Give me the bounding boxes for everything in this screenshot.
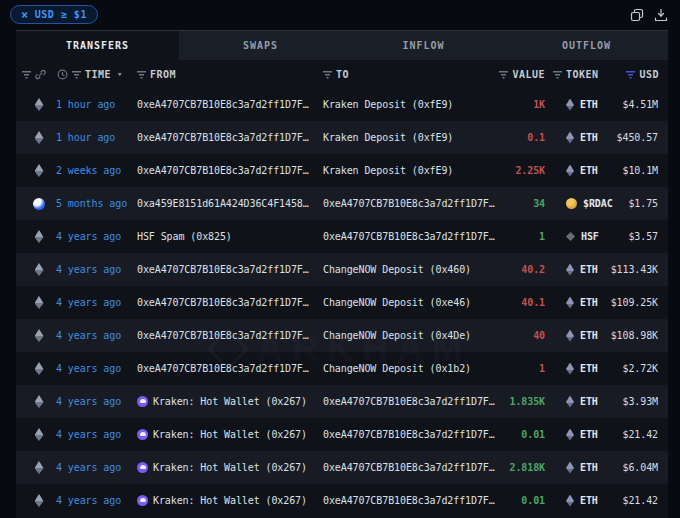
from-cell[interactable]: 0xeA4707CB7B10E8c3a7d2ff1D7F… (137, 352, 309, 385)
from-cell[interactable]: Kraken: Hot Wallet (0x267) (137, 418, 307, 451)
from-cell[interactable]: 0xeA4707CB7B10E8c3a7d2ff1D7F… (137, 286, 309, 319)
table-row[interactable]: 4 years ago 0xeA4707CB7B10E8c3a7d2ff1D7F… (16, 286, 668, 319)
table-row[interactable]: 4 years ago Kraken: Hot Wallet (0x267) 0… (16, 385, 668, 418)
copy-icon[interactable] (630, 7, 644, 21)
to-cell[interactable]: 0xeA4707CB7B10E8c3a7d2ff1D7F… (323, 220, 495, 253)
misc-column-controls (22, 60, 46, 88)
table-row[interactable]: 1 hour ago 0xeA4707CB7B10E8c3a7d2ff1D7F…… (16, 88, 668, 121)
to-label: 0xeA4707CB7B10E8c3a7d2ff1D7F… (323, 231, 495, 242)
to-cell[interactable]: 0xeA4707CB7B10E8c3a7d2ff1D7F… (323, 484, 495, 517)
time-cell[interactable]: 4 years ago (56, 319, 121, 352)
value-cell: 0.1 (527, 121, 545, 154)
time-cell[interactable]: 2 weeks ago (56, 154, 121, 187)
time-filter-icon[interactable] (72, 70, 81, 78)
to-cell[interactable]: ChangeNOW Deposit (0xe46) (323, 286, 471, 319)
chain-filter-icon[interactable] (22, 70, 31, 78)
from-label: Kraken: Hot Wallet (0x267) (153, 429, 307, 440)
to-cell[interactable]: ChangeNOW Deposit (0x4De) (323, 319, 471, 352)
tab-transfers[interactable]: TRANSFERS (16, 31, 179, 60)
time-cell[interactable]: 5 months ago (56, 187, 127, 220)
from-cell[interactable]: 0xeA4707CB7B10E8c3a7d2ff1D7F… (137, 253, 309, 286)
from-cell[interactable]: Kraken: Hot Wallet (0x267) (137, 451, 307, 484)
from-filter-icon[interactable] (137, 70, 146, 78)
to-cell[interactable]: ChangeNOW Deposit (0x460) (323, 253, 471, 286)
eth-chain-icon (35, 98, 44, 111)
column-header-token[interactable]: TOKEN (553, 60, 599, 88)
column-header-to[interactable]: TO (323, 60, 349, 88)
token-cell[interactable]: ETH (566, 121, 598, 154)
time-cell[interactable]: 4 years ago (56, 418, 121, 451)
column-header-usd[interactable]: USD (626, 60, 659, 88)
time-cell[interactable]: 4 years ago (56, 253, 121, 286)
kraken-entity-icon (137, 495, 148, 506)
to-cell[interactable]: Kraken Deposit (0xfE9) (323, 88, 453, 121)
column-header-from[interactable]: FROM (137, 60, 176, 88)
from-cell[interactable]: 0xeA4707CB7B10E8c3a7d2ff1D7F… (137, 88, 309, 121)
table-row[interactable]: 5 months ago 0xa459E8151d61A424D36C4F145… (16, 187, 668, 220)
table-row[interactable]: 4 years ago HSF Spam (0x825) 0xeA4707CB7… (16, 220, 668, 253)
eth-token-icon (566, 429, 574, 441)
table-row[interactable]: 4 years ago 0xeA4707CB7B10E8c3a7d2ff1D7F… (16, 319, 668, 352)
token-cell[interactable]: ETH (566, 154, 598, 187)
token-cell[interactable]: ETH (566, 319, 598, 352)
to-cell[interactable]: Kraken Deposit (0xfE9) (323, 154, 453, 187)
token-cell[interactable]: ETH (566, 451, 598, 484)
table-row[interactable]: 4 years ago 0xeA4707CB7B10E8c3a7d2ff1D7F… (16, 352, 668, 385)
usd-filter-chip[interactable]: × USD ≥ $1 (10, 5, 98, 24)
tab-swaps[interactable]: SWAPS (179, 31, 342, 60)
time-cell[interactable]: 4 years ago (56, 385, 121, 418)
to-cell[interactable]: 0xeA4707CB7B10E8c3a7d2ff1D7F… (323, 385, 495, 418)
from-cell[interactable]: 0xeA4707CB7B10E8c3a7d2ff1D7F… (137, 319, 309, 352)
usd-filter-active-icon[interactable] (626, 70, 635, 78)
eth-token-icon (566, 462, 574, 474)
table-row[interactable]: 4 years ago Kraken: Hot Wallet (0x267) 0… (16, 418, 668, 451)
token-cell[interactable]: ETH (566, 88, 598, 121)
table-row[interactable]: 2 weeks ago 0xeA4707CB7B10E8c3a7d2ff1D7F… (16, 154, 668, 187)
from-cell[interactable]: 0xeA4707CB7B10E8c3a7d2ff1D7F… (137, 121, 309, 154)
time-cell[interactable]: 4 years ago (56, 484, 121, 517)
from-cell[interactable]: 0xeA4707CB7B10E8c3a7d2ff1D7F… (137, 154, 309, 187)
time-cell[interactable]: 4 years ago (56, 220, 121, 253)
token-cell[interactable]: ETH (566, 253, 598, 286)
time-cell[interactable]: 4 years ago (56, 286, 121, 319)
token-cell[interactable]: ETH (566, 484, 598, 517)
table-row[interactable]: 4 years ago Kraken: Hot Wallet (0x267) 0… (16, 451, 668, 484)
tab-outflow[interactable]: OUTFLOW (505, 31, 668, 60)
table-row[interactable]: 1 hour ago 0xeA4707CB7B10E8c3a7d2ff1D7F…… (16, 121, 668, 154)
time-cell[interactable]: 1 hour ago (56, 121, 115, 154)
download-icon[interactable] (654, 7, 668, 21)
to-cell[interactable]: Kraken Deposit (0xfE9) (323, 121, 453, 154)
from-cell[interactable]: Kraken: Hot Wallet (0x267) (137, 484, 307, 517)
token-cell[interactable]: ETH (566, 352, 598, 385)
token-cell[interactable]: $RDAC (566, 187, 613, 220)
value-filter-icon[interactable] (499, 70, 508, 78)
to-cell[interactable]: ChangeNOW Deposit (0x1b2) (323, 352, 471, 385)
token-cell[interactable]: HSF (566, 220, 599, 253)
from-cell[interactable]: HSF Spam (0x825) (137, 220, 232, 253)
value-cell: 1 (539, 220, 545, 253)
table-row[interactable]: 4 years ago Kraken: Hot Wallet (0x267) 0… (16, 484, 668, 517)
time-column-label: TIME (85, 69, 111, 80)
tab-inflow[interactable]: INFLOW (342, 31, 505, 60)
table-row[interactable]: 4 years ago 0xeA4707CB7B10E8c3a7d2ff1D7F… (16, 253, 668, 286)
to-cell[interactable]: 0xeA4707CB7B10E8c3a7d2ff1D7F… (323, 451, 495, 484)
remove-filter-icon[interactable]: × (21, 9, 29, 21)
token-cell[interactable]: ETH (566, 418, 598, 451)
column-header-value[interactable]: VALUE (499, 60, 545, 88)
usd-cell: $6.04M (622, 451, 658, 484)
time-cell[interactable]: 4 years ago (56, 451, 121, 484)
from-cell[interactable]: Kraken: Hot Wallet (0x267) (137, 385, 307, 418)
token-cell[interactable]: ETH (566, 286, 598, 319)
time-cell[interactable]: 1 hour ago (56, 88, 115, 121)
to-filter-icon[interactable] (323, 70, 332, 78)
token-filter-icon[interactable] (553, 70, 562, 78)
from-cell[interactable]: 0xa459E8151d61A424D36C4F1458… (137, 187, 309, 220)
to-cell[interactable]: 0xeA4707CB7B10E8c3a7d2ff1D7F… (323, 418, 495, 451)
column-header-time[interactable]: TIME ▾ (57, 60, 123, 88)
time-cell[interactable]: 4 years ago (56, 352, 121, 385)
usd-cell: $10.1M (622, 154, 658, 187)
token-column-label: TOKEN (566, 69, 599, 80)
to-cell[interactable]: 0xeA4707CB7B10E8c3a7d2ff1D7F… (323, 187, 495, 220)
tx-link-icon[interactable] (35, 69, 46, 80)
token-cell[interactable]: ETH (566, 385, 598, 418)
